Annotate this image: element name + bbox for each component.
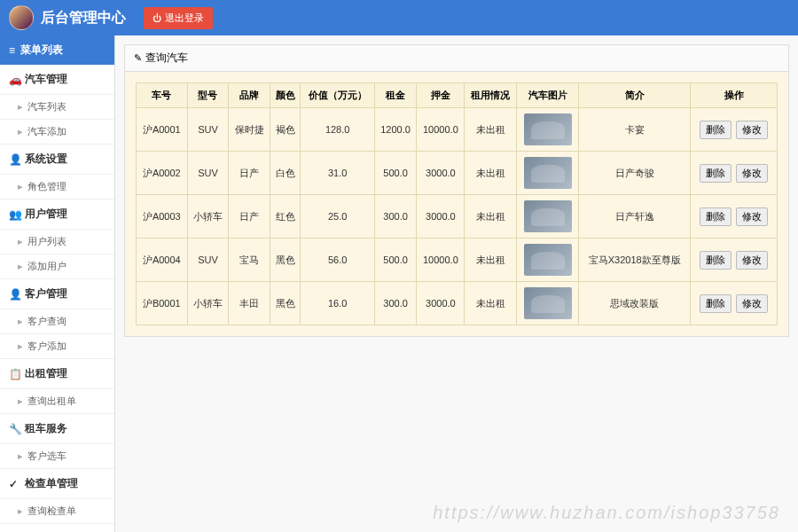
table-cell: 未出租 — [465, 108, 517, 152]
sidebar-title: 菜单列表 — [0, 35, 114, 65]
table-cell: 黑色 — [270, 239, 300, 282]
sidebar-item[interactable]: 角色管理 — [0, 174, 114, 199]
table-header: 押金 — [417, 83, 465, 108]
table-cell: 500.0 — [374, 239, 416, 282]
table-cell-actions: 删除 修改 — [691, 239, 778, 282]
table-cell: 小轿车 — [187, 282, 229, 325]
sidebar-item[interactable]: 客户查询 — [0, 309, 114, 333]
table-cell-desc: 宝马X32018款至尊版 — [579, 239, 691, 282]
table-cell: 未出租 — [465, 152, 517, 195]
table-cell-desc: 卡宴 — [579, 108, 691, 152]
nav-section-title[interactable]: 👥用户管理 — [0, 200, 114, 229]
logout-button[interactable]: 退出登录 — [144, 7, 213, 29]
delete-button[interactable]: 删除 — [700, 164, 732, 183]
table-cell-actions: 删除 修改 — [691, 282, 778, 325]
section-icon: 📋 — [9, 368, 20, 380]
table-cell: 500.0 — [374, 152, 416, 195]
table-cell: 10000.0 — [417, 108, 465, 152]
sidebar-item[interactable]: 客户选车 — [0, 443, 114, 468]
table-cell: 300.0 — [374, 282, 416, 325]
sidebar-item[interactable]: 汽车列表 — [0, 94, 114, 119]
section-label: 客户管理 — [25, 286, 67, 301]
table-cell: 10000.0 — [417, 239, 465, 282]
table-header: 型号 — [187, 83, 229, 108]
car-image-cell — [517, 282, 579, 325]
table-cell-desc: 日产奇骏 — [579, 152, 691, 195]
section-label: 用户管理 — [25, 207, 67, 222]
nav-section-title[interactable]: ↩还车服务 — [0, 524, 114, 532]
nav-section-title[interactable]: 👤客户管理 — [0, 279, 114, 309]
section-label: 租车服务 — [25, 421, 67, 436]
sidebar-item[interactable]: 查询检查单 — [0, 498, 114, 523]
edit-button[interactable]: 修改 — [736, 164, 768, 183]
table-cell: 黑色 — [270, 282, 300, 325]
sidebar-item[interactable]: 客户添加 — [0, 333, 114, 358]
sidebar-item[interactable]: 查询出租单 — [0, 388, 114, 413]
table-cell: 日产 — [229, 195, 270, 239]
table-cell-actions: 删除 修改 — [691, 195, 778, 239]
edit-button[interactable]: 修改 — [736, 207, 768, 226]
section-icon: 🚗 — [9, 74, 20, 86]
table-row: 沪A0001SUV保时捷褐色128.01200.010000.0未出租卡宴删除 … — [137, 108, 778, 152]
nav-section-title[interactable]: 🚗汽车管理 — [0, 65, 114, 94]
table-cell: 小轿车 — [187, 195, 229, 239]
car-image — [524, 113, 572, 145]
section-icon: ✓ — [9, 478, 20, 490]
delete-button[interactable]: 删除 — [700, 207, 732, 226]
table-cell: 3000.0 — [417, 152, 465, 195]
car-image-cell — [517, 108, 579, 152]
table-cell: 沪A0001 — [137, 108, 188, 152]
table-header: 简介 — [579, 83, 691, 108]
table-cell: SUV — [187, 108, 229, 152]
delete-button[interactable]: 删除 — [700, 251, 732, 270]
delete-button[interactable]: 删除 — [700, 121, 732, 139]
sidebar-item[interactable]: 添加用户 — [0, 254, 114, 278]
table-cell: 16.0 — [301, 282, 374, 325]
table-cell: 丰田 — [229, 282, 270, 325]
table-header: 颜色 — [270, 83, 300, 108]
table-header: 租金 — [374, 83, 416, 108]
table-cell: 31.0 — [301, 152, 374, 195]
table-cell: SUV — [187, 152, 229, 195]
section-icon: 👥 — [9, 208, 20, 221]
edit-button[interactable]: 修改 — [736, 251, 768, 270]
table-header: 价值（万元） — [301, 83, 374, 108]
panel-title: 查询汽车 — [125, 45, 788, 72]
table-cell: 红色 — [270, 195, 300, 239]
table-header: 品牌 — [229, 83, 270, 108]
query-panel: 查询汽车 车号型号品牌颜色价值（万元）租金押金租用情况汽车图片简介操作 沪A00… — [124, 44, 789, 337]
table-cell-actions: 删除 修改 — [691, 152, 778, 195]
edit-button[interactable]: 修改 — [736, 294, 768, 313]
table-cell: 沪A0004 — [137, 239, 188, 282]
edit-button[interactable]: 修改 — [736, 121, 768, 139]
nav-section-title[interactable]: 👤系统设置 — [0, 145, 114, 174]
table-header: 操作 — [691, 83, 778, 108]
sidebar: 菜单列表 🚗汽车管理汽车列表汽车添加👤系统设置角色管理👥用户管理用户列表添加用户… — [0, 35, 115, 532]
car-table: 车号型号品牌颜色价值（万元）租金押金租用情况汽车图片简介操作 沪A0001SUV… — [136, 82, 778, 325]
sidebar-item[interactable]: 用户列表 — [0, 229, 114, 254]
table-cell: 白色 — [270, 152, 300, 195]
table-cell: 褐色 — [270, 108, 300, 152]
sidebar-item[interactable]: 汽车添加 — [0, 119, 114, 144]
delete-button[interactable]: 删除 — [700, 294, 732, 313]
car-image — [524, 200, 572, 232]
table-cell: 未出租 — [465, 282, 517, 325]
nav-section-title[interactable]: 📋出租管理 — [0, 359, 114, 388]
app-header: 后台管理中心 退出登录 — [0, 0, 798, 35]
car-image-cell — [517, 195, 579, 239]
car-image-cell — [517, 152, 579, 195]
table-cell: 沪B0001 — [137, 282, 188, 325]
nav-section-title[interactable]: ✓检查单管理 — [0, 469, 114, 498]
nav-section-title[interactable]: 🔧租车服务 — [0, 414, 114, 443]
section-icon: 👤 — [9, 153, 20, 166]
table-cell: 3000.0 — [417, 282, 465, 325]
table-cell: 保时捷 — [229, 108, 270, 152]
table-cell: SUV — [187, 239, 229, 282]
table-cell: 沪A0003 — [137, 195, 188, 239]
section-label: 检查单管理 — [25, 476, 78, 491]
table-cell-actions: 删除 修改 — [691, 108, 778, 152]
table-cell: 1200.0 — [374, 108, 416, 152]
section-icon: 👤 — [9, 288, 20, 301]
table-cell-desc: 日产轩逸 — [579, 195, 691, 239]
table-cell: 未出租 — [465, 195, 517, 239]
